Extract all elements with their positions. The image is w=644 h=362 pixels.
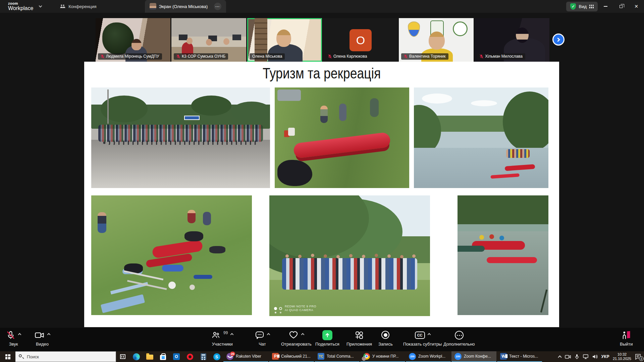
- photo-kayak-preparation: [275, 87, 409, 188]
- video-scene: [131, 39, 142, 50]
- participant-name: Олена Міськова: [252, 54, 282, 59]
- participant-avatar-letter: O: [350, 29, 372, 51]
- chrome-icon: л: [363, 353, 370, 360]
- skype-button[interactable]: S: [210, 351, 223, 362]
- participant-name: Олена Карлюкова: [333, 54, 367, 59]
- participants-count: 99: [223, 330, 228, 335]
- participant-tile-khilman[interactable]: Хільман Милослава: [475, 18, 549, 62]
- opera-button[interactable]: [183, 351, 197, 362]
- camera-icon: [35, 330, 45, 340]
- view-button[interactable]: ✓ Вид: [566, 2, 598, 11]
- react-chevron-icon[interactable]: [301, 333, 305, 337]
- photo-group-under-trees: REDMI NOTE 9 PRO AI QUAD CAMERA: [269, 195, 430, 316]
- more-ellipsis-icon: [455, 331, 464, 340]
- chat-button[interactable]: Чат: [255, 330, 270, 347]
- watermark-line1: REDMI NOTE 9 PRO: [285, 305, 316, 308]
- windows-logo-icon: [5, 354, 10, 359]
- taskbar-window-zoom-meeting[interactable]: zm Zoom Конфе...: [451, 351, 496, 362]
- speaker-icon[interactable]: [592, 354, 598, 359]
- security-shield-icon: ✓: [570, 3, 576, 10]
- tab-meeting-label: Конференция: [68, 4, 96, 9]
- camera-lens-icon: [279, 307, 282, 310]
- taskbar-window-total-commander[interactable]: TC Total Comma...: [315, 351, 360, 362]
- audio-button[interactable]: Звук: [6, 330, 21, 347]
- taskbar-clock[interactable]: 10:32 21.10.2025: [613, 352, 631, 361]
- network-icon[interactable]: [583, 354, 589, 359]
- participant-name-pill: Хільман Милослава: [477, 53, 525, 60]
- share-button[interactable]: Поделиться: [315, 330, 339, 347]
- video-button[interactable]: Видео: [35, 330, 50, 347]
- apps-button[interactable]: Приложения: [346, 330, 372, 347]
- taskbar-window-chrome[interactable]: л У новини ПР...: [360, 351, 405, 362]
- camera-in-use-icon[interactable]: [565, 354, 571, 359]
- outlook-icon: O: [173, 353, 180, 360]
- participants-chevron-icon[interactable]: [230, 333, 234, 337]
- taskbar-window-word[interactable]: W Текст - Micros...: [497, 351, 542, 362]
- participant-tile-liudmyla[interactable]: Людмила Міронець СумДПУ: [96, 18, 170, 62]
- video-scene: [429, 32, 445, 50]
- mic-muted-icon: [404, 54, 408, 59]
- restore-button[interactable]: [613, 0, 629, 13]
- taskbar-window-viber[interactable]: 20 Rakuten Viber: [223, 351, 268, 362]
- leave-button[interactable]: Выйти: [620, 330, 633, 347]
- close-button[interactable]: ✕: [629, 0, 644, 13]
- calculator-button[interactable]: [197, 351, 210, 362]
- video-options-chevron-icon[interactable]: [47, 333, 51, 337]
- chrome-profile-badge: л: [362, 357, 366, 361]
- total-commander-icon: TC: [318, 353, 324, 360]
- participant-tile-valentyna[interactable]: Валентина Торяник: [399, 18, 474, 62]
- participants-button[interactable]: 99 Участники: [211, 330, 233, 347]
- tab-screen-share[interactable]: Экран (Олена Міськова) ⋯: [145, 0, 226, 13]
- windows-taskbar: O S 20 Rakuten Viber P Сеймський 21... T…: [0, 351, 644, 362]
- taskbar-window-zoom-workplace[interactable]: zm Zoom Workpl...: [406, 351, 451, 362]
- record-button[interactable]: Запись: [378, 330, 393, 347]
- tray-expand-chevron-icon[interactable]: [558, 355, 561, 359]
- participants-icon: [211, 330, 220, 340]
- tab-meeting[interactable]: Конференция: [55, 0, 101, 13]
- captions-cc-icon: CC: [415, 331, 425, 339]
- mic-in-use-icon[interactable]: [575, 354, 579, 359]
- tab-screen-label: Экран (Олена Міськова): [159, 4, 208, 9]
- share-label: Поделиться: [315, 342, 339, 347]
- participant-tile-olena-miskova[interactable]: Олена Міськова: [247, 18, 322, 62]
- audio-options-chevron-icon[interactable]: [18, 333, 21, 337]
- minimize-button[interactable]: [598, 0, 613, 13]
- taskbar-search: [15, 351, 116, 362]
- word-icon: W: [500, 353, 507, 360]
- chat-chevron-icon[interactable]: [267, 333, 270, 337]
- language-indicator[interactable]: УКР: [601, 354, 609, 359]
- mic-muted-icon: [176, 54, 180, 59]
- opera-icon: [187, 354, 193, 360]
- captions-button[interactable]: CC Показать субтитры: [403, 330, 442, 347]
- window-label: Total Comma...: [327, 354, 354, 359]
- captions-chevron-icon[interactable]: [427, 333, 431, 337]
- action-center-button[interactable]: 2: [635, 354, 641, 360]
- zoom-app-icon: zm: [454, 353, 462, 360]
- video-scene: [179, 35, 187, 40]
- taskbar-window-powerpoint[interactable]: P Сеймський 21...: [269, 351, 314, 362]
- start-button[interactable]: [0, 351, 15, 362]
- react-button[interactable]: Отреагировать: [281, 330, 312, 347]
- record-icon: [381, 331, 389, 339]
- participant-name-pill: КЗ СОР Сумська ОУНБ: [174, 53, 228, 60]
- shared-screen-slide: Туризм та рекреація REDMI NOTE 9 PRO AI …: [84, 62, 559, 327]
- workspace-chevron-down-icon[interactable]: [39, 4, 42, 7]
- mic-muted-icon: [6, 330, 15, 340]
- participant-name: Валентина Торяник: [409, 54, 446, 59]
- camera-lens-icon: [274, 307, 277, 310]
- outlook-button[interactable]: O: [170, 351, 183, 362]
- more-button[interactable]: Дополнительно: [443, 330, 475, 347]
- tab-options-ellipsis-icon[interactable]: ⋯: [214, 3, 221, 10]
- edge-button[interactable]: [129, 351, 143, 362]
- participant-name: Хільман Милослава: [485, 54, 523, 59]
- photo-cycling-group: [91, 87, 270, 188]
- participant-tile-olena-karliukova[interactable]: O Олена Карлюкова: [323, 18, 398, 62]
- taskbar-search-input[interactable]: [15, 351, 116, 362]
- participant-tile-library[interactable]: КЗ СОР Сумська ОУНБ: [171, 18, 246, 62]
- chevron-right-icon: [556, 38, 560, 42]
- store-button[interactable]: [156, 351, 170, 362]
- next-participants-button[interactable]: [552, 34, 565, 46]
- task-view-button[interactable]: [116, 351, 129, 362]
- mic-muted-icon: [480, 54, 483, 59]
- file-explorer-button[interactable]: [143, 351, 156, 362]
